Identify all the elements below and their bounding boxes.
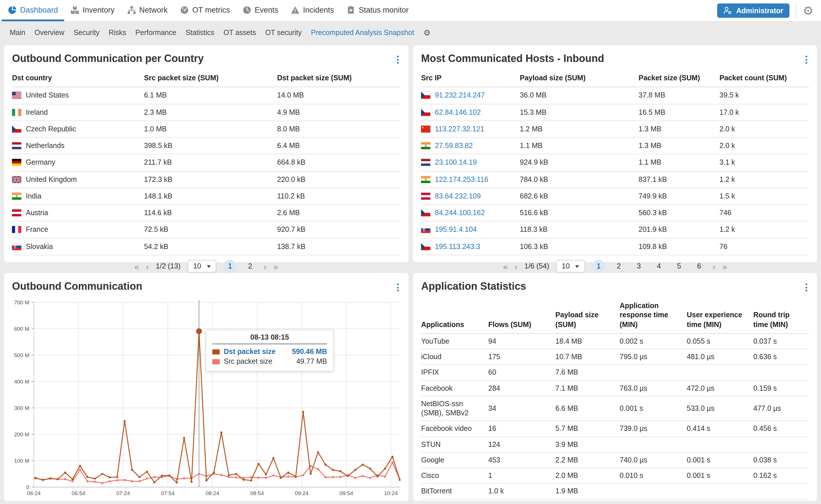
administrator-button[interactable]: Administrator [717, 3, 789, 18]
svg-text:700 M: 700 M [14, 299, 29, 305]
top-nav-item-inventory[interactable]: Inventory [64, 0, 121, 21]
page-1-button[interactable]: 1 [592, 260, 605, 273]
page-size-select[interactable]: 10▼ [187, 260, 217, 273]
metric-cell [620, 484, 687, 499]
column-header: Packet size (SUM) [639, 70, 719, 87]
country-cell: Netherlands [12, 137, 144, 154]
country-cell: India [12, 188, 144, 205]
last-page-button[interactable]: » [273, 262, 278, 271]
sub-nav-tab-ot-assets[interactable]: OT assets [219, 28, 260, 36]
flag-cz-icon [421, 92, 430, 99]
panel-application-statistics: Application Statistics ApplicationsFlows… [413, 273, 817, 501]
gear-icon[interactable]: ⚙ [423, 28, 431, 36]
panel-title: Outbound Communication [12, 281, 142, 293]
first-page-button[interactable]: « [503, 262, 508, 271]
page-5-button[interactable]: 5 [672, 260, 686, 273]
packet-size-cell: 201.9 kB [639, 221, 719, 238]
status-monitor-icon [347, 5, 355, 14]
payload-size-cell: 106.3 kB [520, 238, 639, 255]
gear-icon[interactable]: ⚙ [803, 5, 814, 17]
sub-nav-tab-security[interactable]: Security [69, 28, 104, 36]
page-6-button[interactable]: 6 [692, 260, 706, 273]
ip-link[interactable]: 27.59.83.82 [435, 141, 473, 151]
page-4-button[interactable]: 4 [652, 260, 666, 273]
country-name: France [26, 225, 48, 235]
next-page-button[interactable]: › [713, 262, 715, 271]
kebab-menu-icon[interactable] [804, 53, 809, 67]
table-row: 195.113.243.3106.3 kB109.8 kB76 [421, 238, 809, 255]
metric-cell: 1 [488, 468, 555, 484]
svg-text:100 M: 100 M [14, 458, 29, 464]
country-name: Ireland [26, 108, 48, 117]
packet-count-cell: 2.0 k [719, 121, 809, 138]
ip-link[interactable]: 122.174.253.116 [435, 175, 488, 184]
table-row: Google4532.2 MB740.0 µs0.001 s0.038 s [421, 452, 809, 468]
next-page-button[interactable]: › [264, 262, 266, 271]
page-1-button[interactable]: 1 [223, 260, 237, 273]
ip-link[interactable]: 195.113.243.3 [435, 242, 480, 251]
packet-size-cell: 1.1 MB [639, 154, 719, 171]
line-chart[interactable]: 700 M600 M500 M400 M300 M200 M100 M006:2… [12, 298, 400, 497]
metric-cell: 533.0 µs [687, 396, 753, 421]
sub-nav-tab-ot-security[interactable]: OT security [260, 28, 306, 36]
ip-link[interactable]: 84.244.100.162 [435, 208, 485, 218]
sub-nav-tab-precomputed-analysis-snapshot[interactable]: Precomputed Analysis Snapshot [306, 28, 419, 36]
top-nav-item-network[interactable]: Network [121, 0, 174, 21]
top-nav-item-ot-metrics[interactable]: OT metrics [174, 0, 236, 21]
country-pagination: «‹1/2 (13)10▼12›» [12, 255, 400, 275]
dst-packet-size-cell: 110.2 kB [277, 188, 400, 205]
column-header: Dst packet size (SUM) [277, 70, 400, 87]
prev-page-button[interactable]: ‹ [515, 262, 517, 271]
packet-size-cell: 1.3 MB [639, 121, 719, 138]
payload-size-cell: 15.3 MB [520, 104, 639, 121]
payload-size-cell: 784.0 kB [520, 171, 639, 188]
country-cell: France [12, 221, 144, 238]
first-page-button[interactable]: « [134, 262, 139, 271]
top-nav-item-dashboard[interactable]: Dashboard [2, 0, 64, 21]
top-nav-item-incidents[interactable]: Incidents [285, 0, 340, 21]
packet-size-cell: 749.9 kB [639, 188, 719, 205]
flag-cn-icon [421, 126, 430, 133]
sub-nav-items: MainOverviewSecurityRisksPerformanceStat… [5, 28, 419, 36]
metric-cell [620, 437, 687, 452]
metric-cell: 740.0 µs [620, 452, 687, 468]
sub-nav-tab-overview[interactable]: Overview [30, 28, 69, 36]
country-cell: Slovakia [12, 238, 144, 255]
ip-link[interactable]: 195.91.4.104 [435, 225, 477, 235]
table-row: 84.244.100.162516.6 kB560.3 kB746 [421, 205, 809, 221]
table-row: 91.232.214.24736.0 MB37.8 MB39.5 k [421, 87, 809, 104]
src-packet-size-cell: 2.3 MB [144, 104, 277, 121]
src-ip-cell: 62.84.146.102 [421, 104, 520, 121]
kebab-menu-icon[interactable] [395, 281, 400, 294]
prev-page-button[interactable]: ‹ [146, 262, 149, 271]
warning-icon [291, 5, 299, 14]
sub-nav-tab-risks[interactable]: Risks [104, 28, 131, 36]
sub-nav-tab-main[interactable]: Main [5, 28, 30, 36]
ip-link[interactable]: 91.232.214.247 [435, 91, 485, 100]
sub-nav-tab-statistics[interactable]: Statistics [181, 28, 219, 36]
sub-nav-tab-performance[interactable]: Performance [131, 28, 181, 36]
page-info: 1/2 (13) [156, 262, 180, 271]
payload-size-cell: 1.1 MB [520, 137, 639, 154]
page-2-button[interactable]: 2 [612, 260, 625, 273]
src-ip-cell: 84.244.100.162 [421, 205, 520, 221]
page-size-select[interactable]: 10▼ [556, 260, 585, 273]
page-2-button[interactable]: 2 [244, 260, 257, 273]
last-page-button[interactable]: » [722, 262, 727, 271]
metric-cell: 60 [488, 365, 555, 381]
metric-cell: 763.0 µs [620, 380, 687, 396]
ip-link[interactable]: 113.227.32.121 [435, 124, 484, 134]
metric-cell: 1.0 k [488, 484, 555, 499]
metric-cell: 2.0 MB [555, 468, 620, 484]
ip-link[interactable]: 23.100.14.19 [435, 158, 477, 168]
kebab-menu-icon[interactable] [395, 53, 400, 67]
top-nav-item-status-monitor[interactable]: Status monitor [340, 0, 415, 21]
ip-link[interactable]: 62.84.146.102 [435, 108, 481, 117]
country-name: Germany [26, 158, 55, 168]
kebab-menu-icon[interactable] [804, 281, 809, 294]
application-cell: IPFIX [421, 365, 488, 381]
ip-link[interactable]: 83.64.232.109 [435, 192, 481, 201]
application-cell: Google [421, 452, 488, 468]
top-nav-item-events[interactable]: Events [236, 0, 285, 21]
page-3-button[interactable]: 3 [632, 260, 645, 273]
